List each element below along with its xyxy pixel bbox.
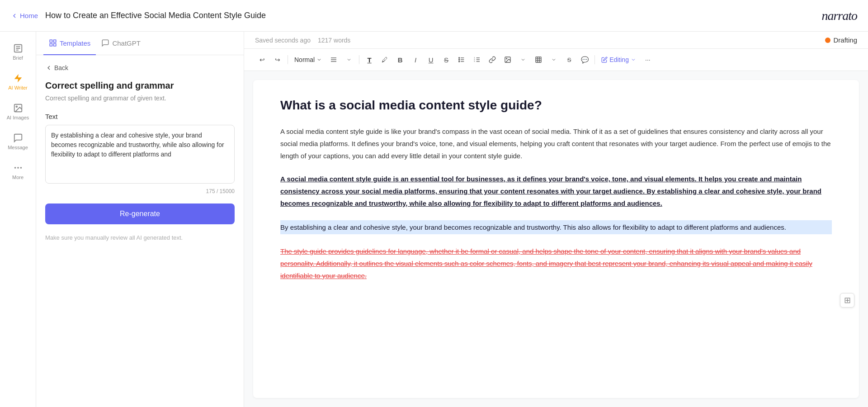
italic-button[interactable]: I (408, 52, 423, 67)
doc-heading: What is a social media content style gui… (280, 98, 832, 113)
sidebar-item-more[interactable]: More (2, 158, 34, 185)
home-link[interactable]: Home (11, 12, 38, 19)
main-layout: Brief AI Writer AI Images Message More T… (0, 32, 868, 407)
svg-rect-12 (50, 44, 52, 46)
template-title: Correct spelling and grammar (45, 80, 235, 91)
link-button[interactable] (485, 52, 500, 67)
strikethrough2-button[interactable]: S (562, 52, 576, 67)
editor-meta: Saved seconds ago 1217 words (255, 37, 350, 44)
table-button[interactable] (531, 52, 546, 67)
svg-point-9 (20, 167, 22, 169)
editing-label: Editing (609, 56, 629, 63)
tab-chatgpt[interactable]: ChatGPT (96, 32, 146, 55)
style-select[interactable]: Normal (291, 54, 326, 65)
toolbar-divider-3 (594, 55, 595, 64)
doc-title: How to Create an Effective Social Media … (45, 11, 266, 20)
svg-rect-31 (536, 57, 541, 62)
sidebar-message-label: Message (8, 145, 28, 150)
align-button[interactable] (326, 52, 341, 67)
font-color-T: T (368, 56, 372, 64)
comment-button[interactable]: 💬 (577, 52, 592, 67)
saved-status: Saved seconds ago (255, 37, 311, 44)
bullet-list-button[interactable] (454, 52, 469, 67)
svg-point-21 (459, 59, 460, 60)
tab-chatgpt-label: ChatGPT (112, 39, 141, 47)
toolbar-divider-1 (288, 55, 288, 64)
regenerate-button[interactable]: Re-generate (45, 204, 235, 224)
char-count: 175 / 15000 (45, 188, 235, 194)
field-label: Text (45, 113, 235, 120)
paragraph-1: A social media content style guide is li… (280, 125, 832, 162)
tab-templates-label: Templates (60, 39, 90, 47)
sidebar-item-brief[interactable]: Brief (2, 39, 34, 65)
sidebar-more-label: More (12, 175, 24, 180)
underline-button[interactable]: U (424, 52, 438, 67)
sidebar-brief-label: Brief (13, 55, 23, 61)
template-desc: Correct spelling and grammar of given te… (45, 95, 235, 102)
word-count: 1217 words (318, 37, 350, 44)
sidebar-item-ai-images[interactable]: AI Images (2, 99, 34, 125)
text-input[interactable]: By establishing a clear and cohesive sty… (45, 125, 235, 184)
header-left: Home How to Create an Effective Social M… (11, 11, 266, 20)
editor-area: Saved seconds ago 1217 words Drafting ↩ … (244, 32, 868, 407)
svg-text:3: 3 (474, 60, 475, 62)
redo-button[interactable]: ↪ (270, 52, 285, 67)
panel-tabs: Templates ChatGPT (36, 32, 244, 55)
left-panel: Templates ChatGPT Back Correct spelling … (36, 32, 244, 407)
bold-button[interactable]: B (393, 52, 407, 67)
numbered-list-button[interactable]: 123 (470, 52, 484, 67)
home-label: Home (20, 12, 38, 19)
paragraph-3: By establishing a clear and cohesive sty… (280, 220, 832, 234)
logo: narrato (821, 9, 857, 23)
sidebar-item-ai-writer[interactable]: AI Writer (2, 69, 34, 95)
svg-marker-4 (14, 74, 22, 82)
editor-toolbar: ↩ ↪ Normal T 🖊 B I U S (244, 49, 868, 71)
back-button[interactable]: Back (45, 64, 235, 71)
highlight-button[interactable]: 🖊 (377, 52, 392, 67)
add-block-button[interactable]: ⊞ (840, 293, 854, 308)
more-options-button[interactable]: ··· (641, 52, 655, 67)
paragraph-2: A social media content style guide is an… (280, 173, 832, 209)
drafting-dot (825, 38, 830, 43)
back-label: Back (54, 64, 68, 71)
font-color-button[interactable]: T (362, 52, 377, 67)
panel-content: Back Correct spelling and grammar Correc… (36, 55, 244, 407)
sidebar-aiwriter-label: AI Writer (8, 85, 28, 90)
image-dropdown[interactable] (516, 52, 530, 67)
svg-point-30 (506, 58, 507, 59)
drafting-badge: Drafting (825, 36, 857, 44)
editing-dropdown[interactable]: Editing (598, 54, 640, 65)
drafting-label: Drafting (833, 36, 857, 44)
align-dropdown[interactable] (342, 52, 356, 67)
tab-templates[interactable]: Templates (43, 32, 96, 55)
svg-point-7 (14, 167, 16, 169)
undo-button[interactable]: ↩ (255, 52, 269, 67)
icon-sidebar: Brief AI Writer AI Images Message More (0, 32, 36, 407)
sidebar-aiimages-label: AI Images (7, 115, 29, 120)
svg-rect-11 (54, 40, 56, 42)
strikethrough-button[interactable]: S (439, 52, 453, 67)
toolbar-divider-2 (359, 55, 359, 64)
svg-point-8 (17, 167, 19, 169)
editor-content: What is a social media content style gui… (253, 80, 859, 398)
svg-point-22 (459, 61, 460, 62)
svg-point-6 (16, 106, 17, 107)
svg-rect-13 (54, 44, 56, 46)
disclaimer: Make sure you manually review all AI gen… (45, 233, 235, 242)
svg-rect-10 (50, 40, 52, 42)
table-dropdown[interactable] (547, 52, 561, 67)
svg-point-20 (459, 57, 460, 58)
style-label: Normal (294, 56, 315, 63)
paragraph-4: The style guide provides guidelines for … (280, 245, 832, 282)
top-header: Home How to Create an Effective Social M… (0, 0, 868, 32)
image-button[interactable] (500, 52, 515, 67)
sidebar-item-message[interactable]: Message (2, 128, 34, 155)
editor-topbar: Saved seconds ago 1217 words Drafting (244, 32, 868, 49)
